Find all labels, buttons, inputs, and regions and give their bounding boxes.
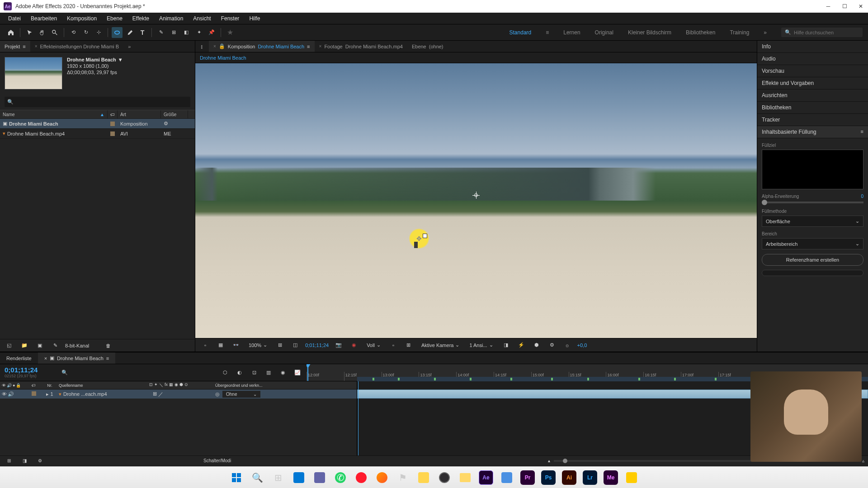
clone-tool[interactable]: ⊞: [168, 27, 179, 38]
eye-icon[interactable]: 👁: [2, 383, 6, 388]
lock-icon[interactable]: 🔒: [16, 383, 21, 388]
quality-switch[interactable]: ⊞: [153, 391, 157, 398]
start-button[interactable]: [227, 469, 245, 487]
maximize-button[interactable]: ☐: [841, 3, 848, 10]
workspace-training[interactable]: Training: [728, 26, 751, 39]
shy-icon[interactable]: ⊡: [249, 367, 259, 378]
frame-blend-icon[interactable]: ▥: [263, 367, 274, 378]
graph-editor-icon[interactable]: 📈: [292, 367, 303, 378]
menu-edit[interactable]: Bearbeiten: [26, 14, 61, 23]
fill-method-dropdown[interactable]: Oberfläche⌄: [762, 216, 863, 227]
workspace-original[interactable]: Original: [593, 26, 615, 39]
timeline-search-input[interactable]: [68, 369, 212, 376]
zoom-dropdown[interactable]: 100% ⌄: [246, 341, 270, 349]
exposure-reset-icon[interactable]: ☼: [562, 340, 573, 351]
layer-visibility-toggle[interactable]: 👁: [2, 391, 7, 397]
effects-switch[interactable]: ／: [158, 391, 163, 398]
always-preview-icon[interactable]: ▫: [200, 340, 211, 351]
align-panel-header[interactable]: Ausrichten: [757, 89, 868, 102]
new-comp-icon[interactable]: ▣: [34, 340, 45, 351]
col-name[interactable]: Name▲: [0, 110, 108, 118]
resolution-icon[interactable]: ⊞: [274, 340, 285, 351]
generate-fill-button[interactable]: [762, 270, 863, 276]
col-type[interactable]: Art: [118, 110, 161, 118]
help-search-input[interactable]: [794, 30, 859, 35]
photoshop-button[interactable]: Ps: [539, 469, 557, 487]
layer-audio-toggle[interactable]: 🔊: [8, 391, 14, 397]
zoom-tool[interactable]: [49, 27, 60, 38]
help-search[interactable]: 🔍: [781, 28, 863, 37]
menu-window[interactable]: Fenster: [217, 14, 244, 23]
trash-icon[interactable]: 🗑: [103, 340, 113, 351]
minimize-button[interactable]: ─: [825, 3, 832, 10]
timeline-layer-row[interactable]: 👁 🔊 ▸ 1 ▾Drohne ...each.mp4 ⊞ ／ ◎ Ohne ⌄: [0, 389, 357, 399]
shy-switch-icon[interactable]: ⊡: [149, 382, 153, 388]
pixel-aspect-icon[interactable]: ◨: [500, 340, 511, 351]
draft-3d-icon[interactable]: ◐: [234, 367, 245, 378]
menu-effects[interactable]: Effekte: [128, 14, 154, 23]
project-search[interactable]: 🔍: [5, 97, 190, 107]
menu-view[interactable]: Ansicht: [189, 14, 215, 23]
zoom-in-icon[interactable]: ▵: [862, 458, 864, 463]
task-view-button[interactable]: ⊞: [269, 469, 287, 487]
lock-icon[interactable]: 🔒: [219, 43, 225, 49]
workspace-standard[interactable]: Standard: [508, 26, 533, 39]
timeline-comp-tab[interactable]: × ▣ Drohne Miami Beach ≡: [38, 352, 116, 364]
explorer-button[interactable]: [456, 469, 474, 487]
zoom-out-icon[interactable]: ▴: [548, 458, 550, 463]
brush-tool[interactable]: ✎: [156, 27, 166, 38]
col-source-name[interactable]: Quellenname: [59, 383, 149, 388]
selection-marker[interactable]: [423, 234, 427, 238]
footage-tab[interactable]: × Footage Drohne Miami Beach.mp4: [315, 41, 407, 52]
after-effects-button[interactable]: Ae: [477, 469, 495, 487]
tracker-panel-header[interactable]: Tracker: [757, 114, 868, 126]
opera-button[interactable]: [352, 469, 370, 487]
audio-panel-header[interactable]: Audio: [757, 53, 868, 65]
menu-animation[interactable]: Animation: [155, 14, 188, 23]
hand-tool[interactable]: [37, 27, 47, 38]
snapshot-icon[interactable]: 📷: [333, 340, 344, 351]
playhead-line[interactable]: [358, 381, 359, 455]
lightroom-button[interactable]: Lr: [581, 469, 599, 487]
grid-icon[interactable]: ⊞: [403, 340, 414, 351]
motion-blur-icon[interactable]: ◉: [278, 367, 288, 378]
workspace-learn[interactable]: Lernen: [561, 26, 582, 39]
app3-button[interactable]: [623, 469, 641, 487]
mask-toggle-icon[interactable]: 👓: [231, 340, 241, 351]
panel-overflow[interactable]: »: [123, 41, 135, 52]
app-button[interactable]: ⚑: [394, 469, 412, 487]
toggle-modes-icon[interactable]: ◨: [19, 455, 30, 466]
alpha-expansion-value[interactable]: 0: [861, 194, 863, 199]
info-panel-header[interactable]: Info: [757, 41, 868, 53]
puppet-tool[interactable]: 📌: [206, 27, 217, 38]
bit-depth-button[interactable]: 8-bit-Kanal: [65, 343, 89, 348]
toggle-brainstorm-icon[interactable]: ⚙: [34, 455, 45, 466]
orbit-tool[interactable]: ⟲: [68, 27, 79, 38]
whatsapp-button[interactable]: ✆: [331, 469, 349, 487]
pickwhip-icon[interactable]: ◎: [215, 391, 220, 397]
panel-grip[interactable]: ⫿: [195, 41, 209, 52]
project-row-comp[interactable]: ▣Drohne Miami Beach Komposition ⚙: [0, 119, 195, 129]
project-search-input[interactable]: [14, 99, 188, 105]
effect-settings-tab[interactable]: × Effekteinstellungen Drohne Miami B: [30, 41, 124, 52]
eraser-tool[interactable]: ◧: [181, 27, 192, 38]
parent-dropdown[interactable]: Ohne ⌄: [222, 391, 260, 398]
toggle-switches-icon[interactable]: ⊞: [4, 455, 14, 466]
3d-icon[interactable]: ⬢: [531, 340, 542, 351]
widgets-button[interactable]: [290, 469, 308, 487]
project-settings-icon[interactable]: ✎: [50, 340, 61, 351]
workspace-small-screen[interactable]: Kleiner Bildschirm: [626, 26, 673, 39]
menu-layer[interactable]: Ebene: [102, 14, 127, 23]
pen-tool[interactable]: [124, 27, 135, 38]
new-folder-icon[interactable]: 📁: [19, 340, 30, 351]
views-dropdown[interactable]: 1 Ansi... ⌄: [467, 341, 495, 349]
flowchart-icon[interactable]: ⚙: [164, 121, 168, 127]
premiere-button[interactable]: Pr: [519, 469, 537, 487]
search-button[interactable]: 🔍: [248, 469, 266, 487]
transparency-grid-icon[interactable]: ▦: [215, 340, 226, 351]
audio-icon[interactable]: 🔊: [7, 383, 12, 388]
label-column-icon[interactable]: 🏷: [32, 383, 36, 388]
workspace-menu-icon[interactable]: ≡: [544, 26, 551, 39]
preview-panel-header[interactable]: Vorschau: [757, 65, 868, 77]
panel-menu-icon[interactable]: ≡: [861, 129, 863, 135]
